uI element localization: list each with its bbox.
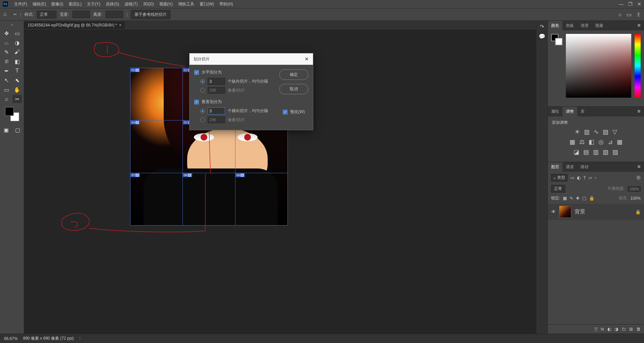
filter-shape-icon[interactable]: ▱ [589, 175, 592, 180]
layer-mask-icon[interactable]: ◐ [607, 327, 611, 332]
tab-adjustments[interactable]: 调整 [562, 107, 577, 116]
lock-brush-icon[interactable]: ✎ [570, 196, 573, 201]
zoom-level[interactable]: 66.67% [4, 336, 18, 341]
marquee-tool[interactable]: ▭ [12, 29, 22, 37]
screenmode-icon[interactable]: ▢ [13, 126, 22, 134]
lasso-tool[interactable]: ⌓ [2, 39, 11, 47]
eyedropper-tool[interactable]: ✎ [2, 48, 11, 56]
slice-from-guides-button[interactable]: 基于参考线的切片 [131, 10, 170, 19]
dialog-close-icon[interactable]: ✕ [305, 56, 309, 62]
new-group-icon[interactable]: 🗀 [622, 327, 626, 332]
menu-image[interactable]: 图像(I) [49, 1, 66, 7]
tab-layers[interactable]: 图层 [548, 162, 562, 172]
lock-pixels-icon[interactable]: ▦ [563, 196, 567, 201]
window-close-icon[interactable]: ✕ [637, 1, 641, 7]
layer-visibility-icon[interactable]: 👁 [551, 209, 556, 214]
opacity-value[interactable]: 100% [628, 186, 641, 192]
pen-tool[interactable]: ✒ [2, 67, 11, 75]
menu-window[interactable]: 窗口(W) [197, 1, 217, 7]
width-field[interactable] [72, 11, 90, 18]
window-maximize-icon[interactable]: ❐ [628, 1, 633, 7]
lock-move-icon[interactable]: ✥ [576, 196, 580, 201]
foreground-background-swatch[interactable] [5, 107, 19, 121]
v-count-input[interactable] [208, 107, 225, 114]
lock-artboard-icon[interactable]: ▢ [582, 196, 586, 201]
tab-channels[interactable]: 通道 [562, 162, 577, 172]
adj-mixer-icon[interactable]: ⊿ [608, 138, 613, 146]
vertical-divide-checkbox[interactable]: ✓ [194, 100, 199, 104]
stamp-tool[interactable]: ⎚ [2, 57, 11, 65]
quickmask-icon[interactable]: ▣ [2, 126, 11, 134]
h-px-radio[interactable] [200, 88, 205, 93]
v-px-radio[interactable] [200, 117, 205, 122]
link-layers-icon[interactable]: ⍞ [595, 327, 597, 332]
delete-layer-icon[interactable]: 🗑 [636, 327, 641, 332]
fill-value[interactable]: 100% [630, 196, 641, 201]
adj-invert-icon[interactable]: ◪ [574, 148, 579, 156]
adj-vibrance-icon[interactable]: ▽ [612, 128, 617, 136]
adj-selective-icon[interactable]: ▨ [612, 148, 618, 156]
lock-all-icon[interactable]: 🔒 [589, 196, 594, 201]
tab-patterns[interactable]: 图案 [592, 21, 607, 31]
h-px-input[interactable]: 296 [208, 87, 225, 94]
panel-menu-icon[interactable]: ≣ [634, 162, 644, 172]
slice-tool-icon[interactable]: ✂ [13, 12, 17, 17]
menu-help[interactable]: 帮助(H) [217, 1, 236, 7]
adj-exposure-icon[interactable]: ▨ [603, 128, 608, 136]
horizontal-divide-checkbox[interactable]: ✓ [194, 70, 199, 75]
cancel-button[interactable]: 取消 [279, 84, 308, 94]
new-layer-icon[interactable]: ⊞ [629, 327, 633, 332]
menu-file[interactable]: 文件(F) [11, 1, 30, 7]
adj-brightness-icon[interactable]: ☀ [575, 128, 580, 136]
search-icon[interactable]: ⌕ [619, 11, 622, 18]
adj-lut-icon[interactable]: ▦ [617, 138, 623, 146]
preview-checkbox[interactable]: ✓ [283, 110, 287, 114]
menu-filter[interactable]: 滤镜(T) [122, 1, 140, 7]
style-dropdown[interactable]: 正常 [37, 11, 56, 18]
adj-curves-icon[interactable]: ∿ [594, 128, 599, 136]
tab-gradients[interactable]: 渐变 [577, 21, 592, 31]
color-picker[interactable] [566, 34, 631, 98]
tab-properties[interactable]: 属性 [548, 107, 562, 116]
path-select-tool[interactable]: ↖ [2, 76, 11, 84]
v-px-input[interactable]: 296 [208, 116, 225, 123]
home-icon[interactable]: ⌂ [3, 11, 10, 18]
adj-threshold-icon[interactable]: ▥ [593, 148, 599, 156]
filter-type-icon[interactable]: T [583, 175, 586, 180]
menu-plugins[interactable]: 增效工具 [175, 1, 197, 7]
menu-3d[interactable]: 3D(D) [141, 2, 157, 6]
tab-paths[interactable]: 路径 [577, 162, 592, 172]
layer-lock-icon[interactable]: 🔒 [635, 209, 641, 214]
hue-slider[interactable] [635, 34, 641, 98]
history-icon[interactable]: ↷ [540, 23, 544, 30]
workspace-icon[interactable]: ▭ [627, 11, 632, 18]
adj-posterize-icon[interactable]: ▤ [583, 148, 589, 156]
filter-image-icon[interactable]: ▭ [570, 175, 574, 180]
tab-libraries[interactable]: 库 [577, 107, 588, 116]
adj-balance-icon[interactable]: ⚖ [579, 138, 585, 146]
panel-menu-icon[interactable]: ≣ [634, 107, 644, 116]
window-minimize-icon[interactable]: — [619, 1, 624, 7]
share-icon[interactable]: ⇪ [636, 11, 641, 18]
menu-select[interactable]: 选择(S) [103, 1, 122, 7]
adj-photo-filter-icon[interactable]: ◎ [598, 138, 604, 146]
move-tool[interactable]: ✥ [2, 29, 11, 37]
layer-fx-icon[interactable]: fx [601, 327, 604, 332]
ok-button[interactable]: 确定 [279, 69, 308, 80]
adj-hue-icon[interactable]: ▦ [570, 138, 575, 146]
new-adjust-layer-icon[interactable]: ◑ [614, 327, 618, 332]
adj-bw-icon[interactable]: ◧ [589, 138, 594, 146]
filter-toggle-icon[interactable]: ⦿ [636, 175, 641, 180]
direct-select-tool[interactable]: ⬉ [12, 76, 22, 84]
document-tab[interactable]: 1524558244-epPDixBgNf.jpg @ 66.7%(RGB/8#… [24, 21, 125, 29]
type-tool[interactable]: T [12, 67, 22, 75]
layer-row[interactable]: 👁 背景 🔒 [548, 204, 644, 220]
hand-tool[interactable]: ✋ [12, 86, 22, 94]
panel-menu-icon[interactable]: ≣ [634, 21, 644, 31]
adj-gradmap-icon[interactable]: ▧ [603, 148, 608, 156]
rectangle-tool[interactable]: ▭ [2, 86, 11, 94]
tab-color[interactable]: 颜色 [548, 21, 562, 31]
filter-smart-icon[interactable]: ▫ [595, 175, 596, 180]
menu-edit[interactable]: 编辑(E) [30, 1, 49, 7]
blend-mode-dropdown[interactable]: 正常 [551, 185, 565, 193]
